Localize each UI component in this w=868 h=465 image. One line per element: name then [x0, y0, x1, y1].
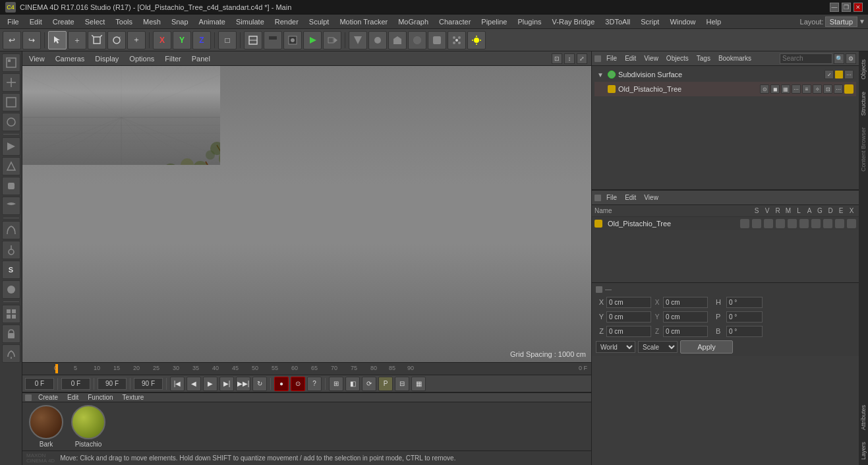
undo-button[interactable]: ↩ — [3, 31, 21, 49]
current-frame-input[interactable] — [25, 378, 54, 390]
scene-flag-l[interactable] — [788, 219, 797, 228]
coord-system-select[interactable]: World Object — [596, 341, 635, 353]
left-tool-5[interactable] — [2, 137, 20, 156]
left-tool-3[interactable] — [2, 93, 20, 111]
obj-tree-flag6[interactable]: ✧ — [813, 84, 822, 94]
obj-search-icon[interactable]: 🔍 — [834, 53, 844, 64]
render-view-button[interactable] — [264, 31, 282, 49]
record-button[interactable]: ● — [274, 377, 289, 391]
scene-flag-s[interactable] — [740, 219, 749, 228]
apply-button[interactable]: Apply — [680, 340, 733, 354]
timeline-btn3[interactable]: ⟳ — [362, 377, 376, 391]
scene-flag-x[interactable] — [847, 219, 856, 228]
left-tool-6[interactable] — [2, 157, 20, 175]
obj-flag-check1[interactable]: ✓ — [825, 70, 834, 79]
menu-character[interactable]: Character — [434, 16, 475, 27]
tab-content-browser[interactable]: Content Browser — [859, 122, 867, 177]
layout-dropdown[interactable]: Startup — [825, 16, 857, 27]
coord-y-pos[interactable] — [606, 311, 651, 323]
redo-button[interactable]: ↪ — [22, 31, 41, 49]
scene-flag-m[interactable] — [776, 219, 785, 228]
left-tool-9[interactable] — [2, 221, 20, 239]
scene-flag-v[interactable] — [752, 219, 761, 228]
coord-scale-select[interactable]: Scale Size — [638, 341, 678, 353]
world-axis-button[interactable]: □ — [218, 31, 237, 49]
timeline-btn6[interactable]: ▦ — [411, 377, 426, 391]
next-frame-button[interactable]: ▶| — [219, 377, 234, 391]
scene-flag-g[interactable] — [811, 219, 821, 228]
left-tool-4[interactable] — [2, 113, 20, 131]
material-pistachio[interactable]: Pistachio — [70, 405, 107, 448]
obj-tree-flag4[interactable]: ⋯ — [792, 84, 801, 94]
obj-menu-bookmarks[interactable]: Bookmarks — [716, 54, 754, 63]
left-tool-lock[interactable] — [2, 325, 20, 343]
obj-row-subdivision[interactable]: ▼ Subdivision Surface ✓ ⋯ — [594, 67, 856, 82]
left-tool-S[interactable]: S — [2, 261, 20, 279]
tab-structure[interactable]: Structure — [859, 86, 867, 121]
menu-create[interactable]: Create — [48, 16, 79, 27]
left-tool-2[interactable] — [2, 73, 20, 92]
scene-row-tree[interactable]: Old_Pistachio_Tree — [592, 217, 859, 230]
coord-y-size[interactable] — [663, 311, 708, 323]
menu-simulate[interactable]: Simulate — [231, 16, 269, 27]
timeline-btn4[interactable]: P — [378, 377, 393, 391]
coord-p-rot[interactable] — [726, 311, 763, 323]
timeline-btn1[interactable]: ⊞ — [329, 377, 343, 391]
left-tool-8[interactable] — [2, 197, 20, 215]
menu-edit[interactable]: Edit — [25, 16, 47, 27]
scene-flag-d[interactable] — [823, 219, 832, 228]
left-tool-1[interactable] — [2, 53, 20, 72]
view-mode-button4[interactable] — [408, 31, 426, 49]
mat-menu-edit[interactable]: Edit — [65, 393, 81, 402]
scale-tool-button[interactable] — [88, 31, 106, 49]
coord-b-rot[interactable] — [726, 326, 763, 337]
preview-end-input[interactable] — [134, 378, 163, 390]
mat-menu-texture[interactable]: Texture — [120, 393, 147, 402]
scene-menu-file[interactable]: File — [604, 193, 620, 202]
menu-window[interactable]: Window — [665, 16, 700, 27]
x-axis-button[interactable]: X — [153, 31, 171, 49]
minimize-button[interactable]: — — [830, 3, 839, 12]
menu-vray[interactable]: V-Ray Bridge — [548, 16, 600, 27]
menu-plugins[interactable]: Plugins — [513, 16, 546, 27]
y-axis-button[interactable]: Y — [173, 31, 191, 49]
start-frame-input[interactable] — [61, 378, 90, 390]
goto-start-button[interactable]: |◀ — [170, 377, 185, 391]
left-tool-12[interactable] — [2, 344, 20, 363]
obj-menu-edit[interactable]: Edit — [622, 54, 639, 63]
obj-tree-flag3[interactable]: ▦ — [781, 84, 790, 94]
mat-menu-function[interactable]: Function — [85, 393, 115, 402]
viewport[interactable]: Perspective — [22, 66, 591, 362]
scene-menu-view[interactable]: View — [641, 193, 661, 202]
coord-z-pos[interactable] — [606, 326, 651, 337]
auto-key-button[interactable]: ⊙ — [291, 377, 305, 391]
timeline-btn5[interactable]: ⊟ — [395, 377, 409, 391]
lights-button[interactable] — [467, 31, 486, 49]
vp-menu-options[interactable]: Options — [127, 54, 157, 63]
maximize-button[interactable]: ❐ — [842, 3, 851, 12]
loop-button[interactable]: ↻ — [252, 377, 267, 391]
end-frame-input[interactable] — [98, 378, 127, 390]
obj-menu-file[interactable]: File — [604, 54, 620, 63]
obj-tree-flag8[interactable]: ⋯ — [834, 84, 843, 94]
select-mode-button[interactable] — [48, 31, 67, 49]
scene-flag-e[interactable] — [835, 219, 844, 228]
play-button[interactable]: ▶ — [203, 377, 217, 391]
view-snap-button[interactable] — [448, 31, 466, 49]
vp-ctrl-1[interactable]: ⊡ — [552, 53, 562, 64]
tab-attributes[interactable]: Attributes — [859, 400, 867, 435]
coord-h-rot[interactable] — [726, 297, 763, 308]
menu-sculpt[interactable]: Sculpt — [304, 16, 334, 27]
scene-flag-a[interactable] — [799, 219, 809, 228]
layout-arrow[interactable]: ▼ — [859, 18, 865, 25]
vp-ctrl-3[interactable]: ⤢ — [577, 53, 587, 64]
obj-tree-flag2[interactable]: ◼ — [770, 84, 780, 94]
coord-x-size[interactable] — [663, 297, 708, 308]
obj-tree-flag7[interactable]: ⊡ — [823, 84, 832, 94]
menu-3dtoall[interactable]: 3DToAll — [600, 16, 635, 27]
obj-flag-check2[interactable]: ⋯ — [844, 70, 854, 79]
menu-mograph[interactable]: MoGraph — [393, 16, 433, 27]
view-mode-button2[interactable] — [368, 31, 387, 49]
vp-menu-cameras[interactable]: Cameras — [53, 54, 88, 63]
move-tool-button[interactable]: ＋ — [68, 31, 86, 49]
